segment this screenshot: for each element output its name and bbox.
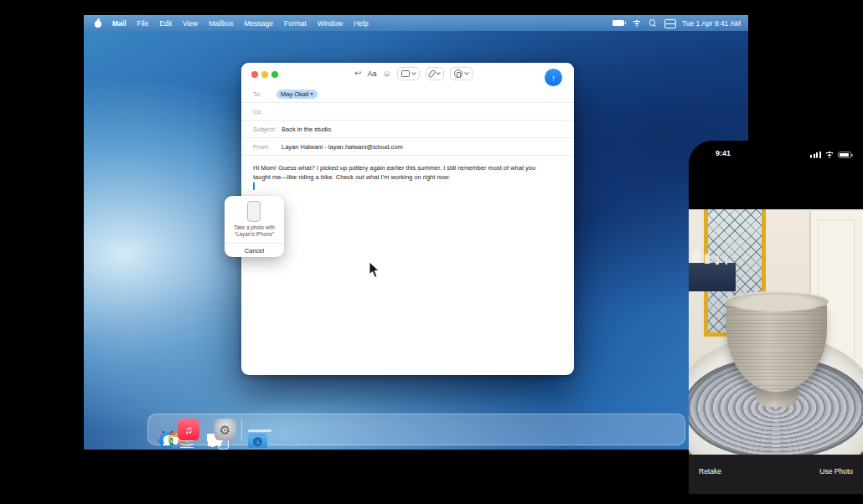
continuity-camera-popup: Take a photo with “Layan’s iPhone” Cance… (225, 196, 284, 257)
menu-bar-clock[interactable]: Tue 1 Apr 9:41 AM (682, 19, 741, 28)
popup-title: Take a photo with “Layan’s iPhone” (225, 224, 284, 238)
search-icon[interactable] (649, 19, 657, 27)
menu-bar-left: Mail File Edit View Mailbox Message Form… (84, 19, 369, 28)
media-browser-button[interactable] (397, 67, 420, 80)
menu-item-message[interactable]: Message (244, 19, 273, 28)
menu-item-help[interactable]: Help (354, 19, 368, 28)
continuity-camera-button[interactable] (450, 67, 473, 80)
popup-divider (225, 243, 284, 244)
menu-item-file[interactable]: File (137, 19, 149, 28)
attach-file-button[interactable] (426, 67, 444, 80)
text-caret (253, 183, 255, 190)
subject-value: Back in the studio (282, 126, 331, 133)
format-icon[interactable]: Aa (367, 67, 376, 80)
battery-icon (838, 152, 851, 158)
music-note-glyph: ♫ (184, 424, 193, 435)
menu-item-mailbox[interactable]: Mailbox (209, 19, 233, 28)
dock-item-music[interactable]: ♫ (178, 419, 199, 440)
dock-item-system-settings[interactable]: ⚙ (214, 419, 236, 440)
iphone-status-icons (810, 151, 851, 158)
chevron-down-icon (411, 70, 416, 75)
from-field[interactable]: From: Layan Halwani - layan.halwani@iclo… (241, 138, 574, 156)
wifi-icon (824, 151, 835, 158)
menu-item-mail[interactable]: Mail (112, 19, 127, 28)
apple-menu-icon[interactable] (94, 19, 101, 28)
cc-label: Cc: (253, 108, 276, 116)
retake-button[interactable]: Retake (699, 467, 721, 476)
ceramic-vases (692, 249, 700, 263)
message-body-text: Hi Mom! Guess what? I picked up pottery … (253, 164, 535, 181)
system-settings-icon: ⚙ (214, 419, 236, 440)
menu-bar: Mail File Edit View Mailbox Message Form… (84, 15, 748, 31)
message-body[interactable]: Hi Mom! Guess what? I picked up pottery … (241, 156, 562, 190)
gear-glyph: ⚙ (220, 424, 230, 436)
recipient-token[interactable]: May Okail (276, 90, 318, 99)
compose-toolbar: ↩ Aa ☺ (354, 67, 473, 80)
token-chevron-icon (310, 93, 313, 95)
chevron-down-icon (464, 70, 469, 75)
close-window-button[interactable] (251, 71, 258, 78)
popup-title-line2: “Layan’s iPhone” (225, 231, 284, 238)
control-center-icon[interactable] (664, 19, 674, 27)
zoom-window-button[interactable] (271, 71, 278, 78)
menu-item-view[interactable]: View (183, 19, 198, 28)
dock: Tue1 ♫ A ⚙ (147, 414, 685, 445)
from-value: Layan Halwani - layan.halwani@icloud.com (282, 143, 403, 151)
battery-icon[interactable] (612, 20, 624, 26)
popup-title-line1: Take a photo with (225, 224, 284, 231)
iphone-icon (247, 201, 261, 222)
music-icon: ♫ (178, 419, 199, 440)
from-label: From: (253, 143, 282, 151)
studio-shelf (689, 263, 736, 291)
undo-icon[interactable]: ↩ (354, 67, 361, 80)
iphone-camera-panel: 9:41 Retake Use Photo (689, 141, 863, 504)
dock-divider (241, 419, 242, 441)
send-button[interactable]: ↑ (545, 69, 562, 86)
iphone-status-bar: 9:41 (689, 141, 863, 166)
paperclip-icon (427, 69, 436, 79)
menu-item-edit[interactable]: Edit (159, 19, 172, 28)
chevron-down-icon (436, 70, 441, 75)
captured-photo-pottery (689, 209, 863, 455)
recipient-name: May Okail (281, 90, 308, 98)
emoji-icon[interactable]: ☺ (382, 67, 390, 80)
menu-item-format[interactable]: Format (284, 19, 307, 28)
mac-desktop: Mail File Edit View Mailbox Message Form… (84, 15, 748, 450)
subject-field[interactable]: Subject: Back in the studio (241, 121, 574, 138)
photo-review-toolbar: Retake Use Photo (689, 455, 863, 494)
clay-bowl-rim (725, 291, 829, 311)
wifi-icon[interactable] (632, 19, 642, 27)
to-label: To: (253, 90, 276, 98)
continuity-camera-icon (454, 69, 463, 78)
iphone-clock: 9:41 (716, 149, 731, 157)
mail-compose-window: ↩ Aa ☺ ↑ (241, 63, 574, 375)
to-field[interactable]: To: May Okail (241, 85, 574, 103)
media-browser-icon (401, 70, 410, 77)
minimize-window-button[interactable] (261, 71, 268, 78)
use-photo-button[interactable]: Use Photo (819, 467, 853, 476)
cellular-icon (810, 152, 821, 158)
screenshot-stage: Mail File Edit View Mailbox Message Form… (0, 0, 863, 504)
cancel-button[interactable]: Cancel (225, 245, 284, 255)
subject-label: Subject: (253, 126, 282, 133)
cc-field[interactable]: Cc: (241, 103, 574, 121)
menu-item-window[interactable]: Window (318, 19, 343, 28)
menu-bar-status: Tue 1 Apr 9:41 AM (612, 19, 748, 28)
compose-titlebar: ↩ Aa ☺ ↑ (241, 63, 574, 85)
